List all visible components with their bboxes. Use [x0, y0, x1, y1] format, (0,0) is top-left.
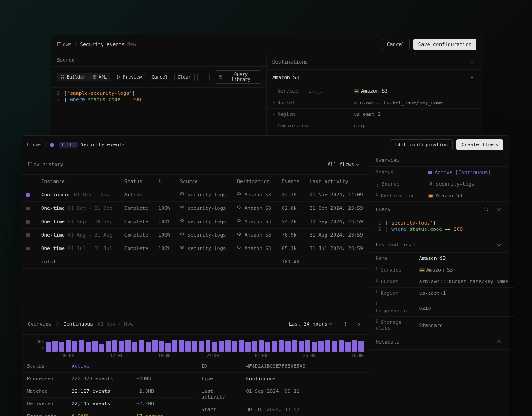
close-button[interactable]: ✕ [355, 320, 364, 329]
query-library-button[interactable]: Query library [215, 70, 261, 84]
chart-bar [225, 340, 231, 352]
more-button[interactable]: ⋮ [197, 73, 210, 81]
builder-tab[interactable]: Builder [57, 73, 89, 81]
builder-icon [60, 75, 65, 79]
aws-icon [354, 89, 359, 93]
edit-config-button[interactable]: Edit configuration [390, 139, 453, 150]
globe-icon [92, 75, 97, 79]
save-config-button[interactable]: Save configuration [413, 39, 476, 50]
stat-row: Last activity01 Sep 2024, 00:11 [196, 385, 370, 403]
chart-bar [358, 341, 364, 352]
chart-bar [92, 341, 98, 352]
chart-bar [332, 341, 337, 352]
chart-bar [86, 342, 91, 352]
svg-point-6 [321, 92, 322, 93]
chart-bar [272, 341, 277, 352]
expand-button[interactable] [494, 240, 503, 249]
chart-bar [325, 340, 330, 352]
chevron-down-icon [497, 242, 501, 246]
crumb-overview[interactable]: Overview [28, 321, 51, 327]
cancel-button-inner[interactable]: Cancel [148, 73, 171, 81]
flow-code: F-SEC [59, 142, 78, 148]
crumb-root[interactable]: Flows [57, 42, 72, 47]
chart-bar [352, 340, 357, 352]
table-row[interactable]: One-time 01 Jul - 31 Jul Complete 100% s… [21, 242, 370, 255]
chevron-down-icon [495, 142, 499, 146]
destinations-heading: Destinations [272, 59, 308, 65]
chart-bar [299, 341, 304, 352]
stat-row: StatusActive [21, 360, 196, 373]
collapse-button[interactable] [494, 337, 503, 346]
prop-row: Bucketarn:aws:::bucket_name/key_name [267, 97, 482, 109]
overview-heading: Overview [376, 157, 399, 163]
svg-rect-1 [63, 75, 64, 76]
expand-button[interactable] [494, 205, 503, 214]
flow-detail-panel: Flows / F-SEC Security events Edit confi… [21, 135, 509, 416]
source-heading: Source [57, 57, 75, 63]
chart-bar [292, 340, 297, 352]
time-range-dropdown[interactable]: Last 24 hours [284, 318, 337, 330]
play-icon [116, 75, 121, 79]
stat-row: Start30 Jul 2024, 11:52 [196, 403, 370, 416]
chart-bar [232, 341, 237, 352]
flow-filter-dropdown[interactable]: All flows [322, 159, 364, 170]
table-row[interactable]: One-time 01 Oct - 31 Oct Complete 100% s… [21, 202, 370, 215]
table-row[interactable]: Continuous 01 Nov - Now Active - securit… [21, 188, 370, 202]
chart-bar [152, 340, 158, 352]
table-row[interactable]: One-time 01 Aug - 31 Aug Complete 100% s… [21, 229, 370, 242]
chart-bar [132, 342, 137, 352]
prop-row: Compressiongzip [267, 120, 482, 132]
list-icon [219, 75, 223, 79]
chart-bar [146, 342, 151, 352]
flow-history-heading: Flow history [28, 161, 63, 167]
more-button[interactable]: ⋮ [341, 320, 350, 329]
dots-icon: ⋮ [201, 75, 206, 80]
crumb-suffix: New [127, 42, 136, 47]
chart-bar [165, 343, 171, 352]
stat-row: Delivered22,115 events~2.2MB [21, 398, 196, 410]
clear-button[interactable]: Clear [174, 73, 195, 81]
chart-bar [119, 341, 124, 352]
chart-bar [46, 342, 51, 352]
apl-tab[interactable]: APL [89, 73, 110, 81]
crumb-root[interactable]: Flows [27, 142, 42, 148]
chart-bar [159, 341, 164, 352]
chart-bar [139, 340, 144, 352]
chart-bar [125, 340, 131, 352]
chart-bar [285, 341, 291, 352]
total-row: Total181.4K [21, 255, 370, 269]
layers-icon [428, 181, 433, 186]
preview-button[interactable]: Preview [113, 73, 145, 81]
breadcrumb: Flows / F-SEC Security events [27, 142, 125, 148]
aws-icon [428, 194, 433, 198]
chart-bar [318, 341, 324, 352]
dest-title: Amazon S3 [272, 75, 299, 81]
stat-row: Processed228,128 events~23MB [21, 373, 196, 385]
cancel-button[interactable]: Cancel [382, 39, 410, 50]
flow-color-badge [50, 143, 54, 147]
flow-history-table: Instance Status % Source Destination Eve… [21, 175, 370, 269]
stat-row: TypeContinuous [196, 373, 370, 385]
chart-bar [212, 342, 217, 352]
destinations-heading: Destinations [376, 242, 411, 248]
flow-name: Security events [81, 142, 125, 148]
chart-bar [339, 340, 344, 352]
plus-icon: + [470, 58, 474, 65]
metadata-heading: Metadata [376, 339, 399, 345]
remove-dest-button[interactable]: − [468, 73, 476, 82]
stat-row: Error rate0.008%17 errors [21, 410, 196, 416]
create-flow-button[interactable]: Create flow [456, 139, 503, 150]
svg-rect-2 [61, 77, 62, 79]
prop-row: ServiceAmazon S3 [267, 85, 482, 97]
chart-bar [206, 340, 211, 352]
table-row[interactable]: One-time 01 Sep - 30 Sep Complete 100% s… [21, 215, 370, 229]
chart-bar [79, 340, 84, 352]
connector-line [309, 93, 322, 93]
chart-bar [99, 344, 104, 352]
inspect-button[interactable] [482, 205, 491, 214]
add-destination-button[interactable]: + [468, 57, 476, 66]
chart-bar [52, 341, 58, 352]
chart-bar [239, 340, 244, 352]
search-icon [484, 207, 489, 212]
chart-bar [72, 341, 77, 352]
